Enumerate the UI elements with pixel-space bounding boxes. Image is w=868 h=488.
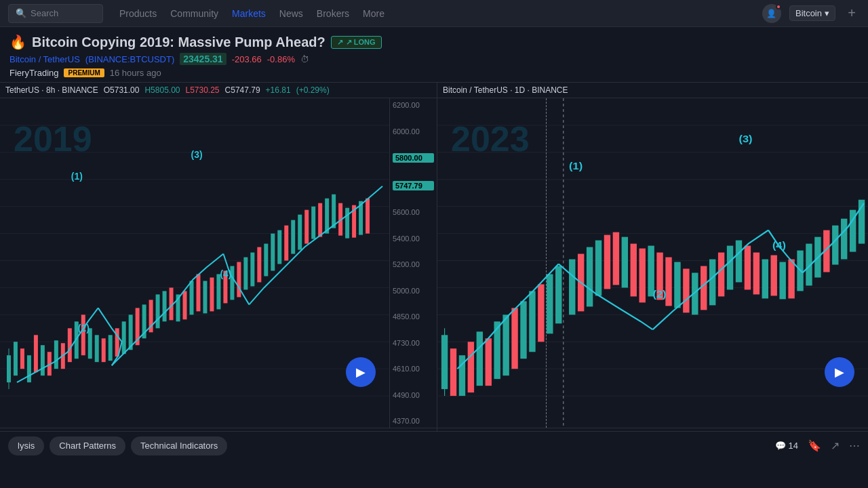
- ticker-name[interactable]: Bitcoin / TetherUS: [9, 54, 80, 64]
- svg-rect-15: [27, 355, 31, 382]
- price-tick: 4370.00: [393, 417, 434, 425]
- svg-rect-97: [569, 260, 575, 315]
- bitcoin-selector[interactable]: Bitcoin ▾: [789, 5, 835, 21]
- svg-rect-21: [68, 328, 72, 362]
- svg-rect-23: [81, 314, 85, 355]
- ticker-row: Bitcoin / TetherUS (BINANCE:BTCUSDT) 234…: [9, 53, 859, 65]
- svg-rect-122: [788, 260, 794, 299]
- svg-rect-93: [529, 291, 535, 352]
- search-box[interactable]: 🔍 Search: [8, 4, 103, 23]
- svg-rect-112: [701, 266, 707, 310]
- svg-rect-54: [291, 220, 295, 254]
- charts-container: TetherUS · 8h · BINANCE O5731.00 H5805.0…: [0, 82, 868, 431]
- svg-rect-29: [122, 321, 126, 354]
- meta-row: FieryTrading PREMIUM 16 hours ago: [9, 68, 859, 78]
- nav-community[interactable]: Community: [170, 5, 218, 22]
- svg-rect-104: [631, 244, 637, 297]
- play-button-right[interactable]: ▶: [825, 357, 854, 387]
- chart-left-low: L5730.25: [185, 85, 219, 95]
- svg-rect-38: [183, 291, 187, 319]
- svg-rect-25: [95, 335, 99, 362]
- search-placeholder: Search: [31, 8, 58, 18]
- nav-markets[interactable]: Markets: [232, 5, 266, 22]
- arrow-up-icon: ↗: [337, 38, 343, 47]
- svg-rect-96: [555, 266, 561, 323]
- svg-rect-57: [311, 207, 315, 239]
- nav-news[interactable]: News: [279, 5, 303, 22]
- price-axis-left: 6200.00 6000.00 5800.00 5747.79 5600.00 …: [389, 98, 437, 428]
- svg-rect-127: [832, 226, 838, 265]
- svg-rect-109: [674, 262, 680, 308]
- author-name[interactable]: FieryTrading: [9, 68, 58, 78]
- price-tick: 5600.00: [393, 208, 434, 216]
- svg-rect-90: [502, 314, 509, 375]
- bottom-right-actions: 💬 14 🔖 ↗ ⋯: [775, 439, 860, 452]
- price-tick: 4610.00: [393, 365, 434, 373]
- svg-rect-14: [20, 348, 24, 369]
- svg-rect-117: [745, 246, 751, 290]
- svg-rect-50: [264, 244, 268, 277]
- tab-chart-patterns[interactable]: Chart Patterns: [50, 436, 125, 455]
- more-icon[interactable]: ⋯: [849, 439, 860, 452]
- svg-rect-100: [595, 241, 601, 296]
- svg-rect-17: [41, 345, 45, 375]
- nav-brokers[interactable]: Brokers: [317, 5, 349, 22]
- notification-dot: [776, 4, 781, 9]
- svg-rect-110: [683, 268, 689, 312]
- svg-rect-48: [250, 253, 254, 287]
- svg-rect-86: [468, 342, 474, 392]
- chart-left-change-pct: (+0.29%): [296, 85, 330, 95]
- svg-rect-62: [345, 208, 349, 239]
- article-title-text: Bitcoin Copying 2019: Massive Pump Ahead…: [32, 35, 326, 50]
- svg-rect-13: [14, 342, 18, 375]
- svg-rect-88: [486, 338, 492, 386]
- price-tick: 6000.00: [393, 127, 434, 136]
- ticker-symbol: (BINANCE:BTCUSDT): [85, 54, 174, 64]
- chart-left-high: H5805.00: [144, 85, 180, 95]
- svg-text:(1): (1): [569, 161, 583, 171]
- clock-icon: ⏱: [300, 54, 309, 64]
- svg-rect-42: [210, 277, 214, 311]
- svg-rect-65: [366, 199, 370, 234]
- search-icon: 🔍: [16, 8, 26, 18]
- play-button-left[interactable]: ▶: [346, 357, 376, 387]
- avatar-icon: 👤: [766, 9, 776, 18]
- comment-count[interactable]: 💬 14: [775, 441, 798, 451]
- tab-analysis[interactable]: lysis: [8, 436, 44, 455]
- chart-left-change: +16.81: [266, 85, 291, 95]
- avatar[interactable]: 👤: [762, 4, 781, 23]
- svg-rect-47: [243, 258, 248, 290]
- svg-rect-55: [298, 215, 302, 250]
- svg-rect-120: [771, 256, 777, 296]
- chart-left-open: O5731.00: [104, 85, 140, 95]
- current-price: 23425.31: [180, 53, 226, 65]
- svg-rect-19: [54, 340, 58, 369]
- share-icon[interactable]: ↗: [831, 439, 840, 452]
- svg-text:(2): (2): [653, 289, 667, 300]
- tab-technical-indicators[interactable]: Technical Indicators: [131, 436, 227, 455]
- price-tick: 6200.00: [393, 101, 434, 109]
- svg-rect-26: [102, 338, 106, 362]
- svg-rect-49: [257, 247, 261, 283]
- chart-left-close: C5747.79: [225, 85, 260, 95]
- price-tick: 4850.00: [393, 312, 434, 321]
- chat-icon: 💬: [775, 441, 786, 451]
- svg-rect-99: [587, 247, 593, 307]
- svg-rect-92: [520, 301, 526, 359]
- nav-products[interactable]: Products: [119, 5, 157, 22]
- svg-text:(4): (4): [772, 240, 786, 251]
- chart-right-body: 2023: [437, 98, 868, 428]
- price-tick: 4730.00: [393, 339, 434, 347]
- add-button[interactable]: +: [844, 5, 860, 22]
- chart-left: TetherUS · 8h · BINANCE O5731.00 H5805.0…: [0, 83, 437, 431]
- svg-rect-60: [332, 195, 336, 228]
- svg-text:(1): (1): [71, 171, 83, 182]
- svg-text:(3): (3): [191, 149, 203, 160]
- bookmark-icon[interactable]: 🔖: [808, 439, 821, 452]
- nav-more[interactable]: More: [363, 5, 384, 22]
- svg-text:(4): (4): [220, 268, 231, 279]
- bitcoin-label: Bitcoin: [795, 8, 822, 18]
- svg-rect-108: [665, 258, 671, 306]
- svg-rect-119: [762, 260, 768, 299]
- svg-rect-121: [779, 262, 785, 300]
